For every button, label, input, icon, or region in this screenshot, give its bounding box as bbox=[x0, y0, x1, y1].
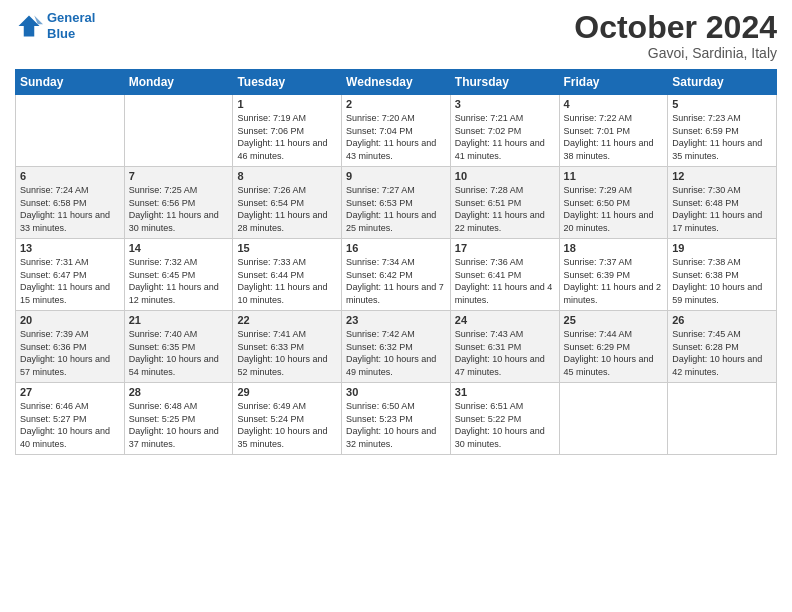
calendar-cell: 24Sunrise: 7:43 AMSunset: 6:31 PMDayligh… bbox=[450, 311, 559, 383]
day-number: 12 bbox=[672, 170, 772, 182]
day-info: Sunrise: 7:39 AMSunset: 6:36 PMDaylight:… bbox=[20, 328, 120, 378]
logo-icon bbox=[15, 12, 43, 40]
calendar-cell: 8Sunrise: 7:26 AMSunset: 6:54 PMDaylight… bbox=[233, 167, 342, 239]
day-number: 16 bbox=[346, 242, 446, 254]
day-number: 6 bbox=[20, 170, 120, 182]
calendar-cell: 11Sunrise: 7:29 AMSunset: 6:50 PMDayligh… bbox=[559, 167, 668, 239]
day-info: Sunrise: 7:41 AMSunset: 6:33 PMDaylight:… bbox=[237, 328, 337, 378]
day-info: Sunrise: 7:40 AMSunset: 6:35 PMDaylight:… bbox=[129, 328, 229, 378]
calendar-cell: 16Sunrise: 7:34 AMSunset: 6:42 PMDayligh… bbox=[342, 239, 451, 311]
day-info: Sunrise: 7:43 AMSunset: 6:31 PMDaylight:… bbox=[455, 328, 555, 378]
day-info: Sunrise: 7:31 AMSunset: 6:47 PMDaylight:… bbox=[20, 256, 120, 306]
day-info: Sunrise: 7:22 AMSunset: 7:01 PMDaylight:… bbox=[564, 112, 664, 162]
calendar-cell: 26Sunrise: 7:45 AMSunset: 6:28 PMDayligh… bbox=[668, 311, 777, 383]
day-info: Sunrise: 7:34 AMSunset: 6:42 PMDaylight:… bbox=[346, 256, 446, 306]
day-info: Sunrise: 7:20 AMSunset: 7:04 PMDaylight:… bbox=[346, 112, 446, 162]
day-info: Sunrise: 7:38 AMSunset: 6:38 PMDaylight:… bbox=[672, 256, 772, 306]
calendar-cell: 27Sunrise: 6:46 AMSunset: 5:27 PMDayligh… bbox=[16, 383, 125, 455]
calendar-cell: 18Sunrise: 7:37 AMSunset: 6:39 PMDayligh… bbox=[559, 239, 668, 311]
day-info: Sunrise: 7:27 AMSunset: 6:53 PMDaylight:… bbox=[346, 184, 446, 234]
day-number: 18 bbox=[564, 242, 664, 254]
title-block: October 2024 Gavoi, Sardinia, Italy bbox=[574, 10, 777, 61]
day-info: Sunrise: 7:21 AMSunset: 7:02 PMDaylight:… bbox=[455, 112, 555, 162]
calendar-cell: 17Sunrise: 7:36 AMSunset: 6:41 PMDayligh… bbox=[450, 239, 559, 311]
day-info: Sunrise: 7:25 AMSunset: 6:56 PMDaylight:… bbox=[129, 184, 229, 234]
day-number: 20 bbox=[20, 314, 120, 326]
day-number: 8 bbox=[237, 170, 337, 182]
week-row-1: 1Sunrise: 7:19 AMSunset: 7:06 PMDaylight… bbox=[16, 95, 777, 167]
calendar-cell: 7Sunrise: 7:25 AMSunset: 6:56 PMDaylight… bbox=[124, 167, 233, 239]
day-number: 9 bbox=[346, 170, 446, 182]
calendar-table: SundayMondayTuesdayWednesdayThursdayFrid… bbox=[15, 69, 777, 455]
day-number: 13 bbox=[20, 242, 120, 254]
day-info: Sunrise: 7:23 AMSunset: 6:59 PMDaylight:… bbox=[672, 112, 772, 162]
calendar-cell: 22Sunrise: 7:41 AMSunset: 6:33 PMDayligh… bbox=[233, 311, 342, 383]
header: General Blue October 2024 Gavoi, Sardini… bbox=[15, 10, 777, 61]
calendar-cell: 31Sunrise: 6:51 AMSunset: 5:22 PMDayligh… bbox=[450, 383, 559, 455]
day-info: Sunrise: 7:32 AMSunset: 6:45 PMDaylight:… bbox=[129, 256, 229, 306]
day-number: 22 bbox=[237, 314, 337, 326]
day-info: Sunrise: 7:26 AMSunset: 6:54 PMDaylight:… bbox=[237, 184, 337, 234]
day-info: Sunrise: 7:33 AMSunset: 6:44 PMDaylight:… bbox=[237, 256, 337, 306]
header-saturday: Saturday bbox=[668, 70, 777, 95]
week-row-2: 6Sunrise: 7:24 AMSunset: 6:58 PMDaylight… bbox=[16, 167, 777, 239]
day-number: 28 bbox=[129, 386, 229, 398]
calendar-header: SundayMondayTuesdayWednesdayThursdayFrid… bbox=[16, 70, 777, 95]
header-wednesday: Wednesday bbox=[342, 70, 451, 95]
day-info: Sunrise: 7:42 AMSunset: 6:32 PMDaylight:… bbox=[346, 328, 446, 378]
logo: General Blue bbox=[15, 10, 95, 41]
day-number: 29 bbox=[237, 386, 337, 398]
day-number: 4 bbox=[564, 98, 664, 110]
calendar-cell: 21Sunrise: 7:40 AMSunset: 6:35 PMDayligh… bbox=[124, 311, 233, 383]
day-number: 15 bbox=[237, 242, 337, 254]
calendar-cell: 25Sunrise: 7:44 AMSunset: 6:29 PMDayligh… bbox=[559, 311, 668, 383]
calendar-cell: 23Sunrise: 7:42 AMSunset: 6:32 PMDayligh… bbox=[342, 311, 451, 383]
calendar-cell: 12Sunrise: 7:30 AMSunset: 6:48 PMDayligh… bbox=[668, 167, 777, 239]
day-number: 14 bbox=[129, 242, 229, 254]
calendar-cell: 4Sunrise: 7:22 AMSunset: 7:01 PMDaylight… bbox=[559, 95, 668, 167]
header-sunday: Sunday bbox=[16, 70, 125, 95]
calendar-cell bbox=[668, 383, 777, 455]
location-subtitle: Gavoi, Sardinia, Italy bbox=[574, 45, 777, 61]
header-row: SundayMondayTuesdayWednesdayThursdayFrid… bbox=[16, 70, 777, 95]
calendar-cell: 19Sunrise: 7:38 AMSunset: 6:38 PMDayligh… bbox=[668, 239, 777, 311]
day-number: 24 bbox=[455, 314, 555, 326]
calendar-cell: 9Sunrise: 7:27 AMSunset: 6:53 PMDaylight… bbox=[342, 167, 451, 239]
calendar-cell: 28Sunrise: 6:48 AMSunset: 5:25 PMDayligh… bbox=[124, 383, 233, 455]
calendar-cell: 3Sunrise: 7:21 AMSunset: 7:02 PMDaylight… bbox=[450, 95, 559, 167]
day-info: Sunrise: 7:36 AMSunset: 6:41 PMDaylight:… bbox=[455, 256, 555, 306]
day-number: 2 bbox=[346, 98, 446, 110]
day-number: 11 bbox=[564, 170, 664, 182]
day-info: Sunrise: 6:48 AMSunset: 5:25 PMDaylight:… bbox=[129, 400, 229, 450]
calendar-cell bbox=[124, 95, 233, 167]
day-number: 1 bbox=[237, 98, 337, 110]
calendar-cell: 1Sunrise: 7:19 AMSunset: 7:06 PMDaylight… bbox=[233, 95, 342, 167]
week-row-3: 13Sunrise: 7:31 AMSunset: 6:47 PMDayligh… bbox=[16, 239, 777, 311]
calendar-body: 1Sunrise: 7:19 AMSunset: 7:06 PMDaylight… bbox=[16, 95, 777, 455]
calendar-cell: 13Sunrise: 7:31 AMSunset: 6:47 PMDayligh… bbox=[16, 239, 125, 311]
day-info: Sunrise: 7:28 AMSunset: 6:51 PMDaylight:… bbox=[455, 184, 555, 234]
day-number: 5 bbox=[672, 98, 772, 110]
calendar-cell: 2Sunrise: 7:20 AMSunset: 7:04 PMDaylight… bbox=[342, 95, 451, 167]
day-number: 26 bbox=[672, 314, 772, 326]
header-monday: Monday bbox=[124, 70, 233, 95]
day-number: 21 bbox=[129, 314, 229, 326]
calendar-cell: 29Sunrise: 6:49 AMSunset: 5:24 PMDayligh… bbox=[233, 383, 342, 455]
day-number: 10 bbox=[455, 170, 555, 182]
day-number: 23 bbox=[346, 314, 446, 326]
calendar-cell: 20Sunrise: 7:39 AMSunset: 6:36 PMDayligh… bbox=[16, 311, 125, 383]
calendar-cell: 6Sunrise: 7:24 AMSunset: 6:58 PMDaylight… bbox=[16, 167, 125, 239]
calendar-cell: 5Sunrise: 7:23 AMSunset: 6:59 PMDaylight… bbox=[668, 95, 777, 167]
day-info: Sunrise: 7:37 AMSunset: 6:39 PMDaylight:… bbox=[564, 256, 664, 306]
day-number: 7 bbox=[129, 170, 229, 182]
calendar-cell: 30Sunrise: 6:50 AMSunset: 5:23 PMDayligh… bbox=[342, 383, 451, 455]
calendar-cell: 15Sunrise: 7:33 AMSunset: 6:44 PMDayligh… bbox=[233, 239, 342, 311]
day-info: Sunrise: 7:30 AMSunset: 6:48 PMDaylight:… bbox=[672, 184, 772, 234]
calendar-cell: 10Sunrise: 7:28 AMSunset: 6:51 PMDayligh… bbox=[450, 167, 559, 239]
day-number: 30 bbox=[346, 386, 446, 398]
calendar-cell: 14Sunrise: 7:32 AMSunset: 6:45 PMDayligh… bbox=[124, 239, 233, 311]
week-row-4: 20Sunrise: 7:39 AMSunset: 6:36 PMDayligh… bbox=[16, 311, 777, 383]
calendar-cell bbox=[559, 383, 668, 455]
day-info: Sunrise: 6:51 AMSunset: 5:22 PMDaylight:… bbox=[455, 400, 555, 450]
header-friday: Friday bbox=[559, 70, 668, 95]
